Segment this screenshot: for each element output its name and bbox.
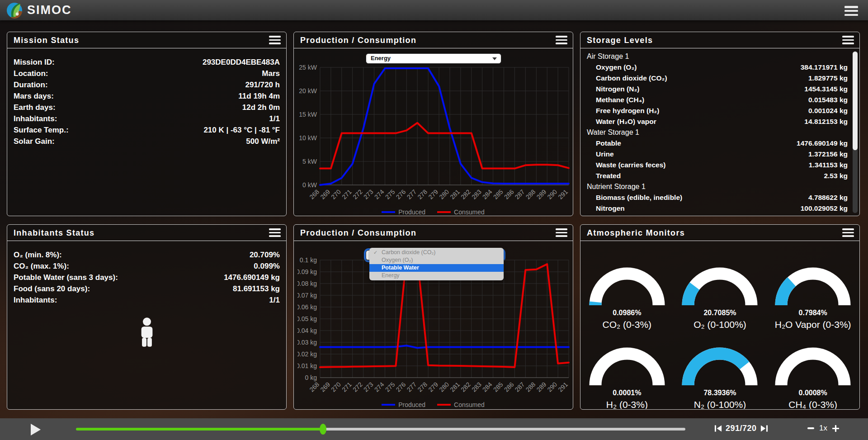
storage-group-name: Water Storage 1 — [580, 127, 859, 138]
svg-text:281: 281 — [448, 188, 461, 201]
increase-speed-button[interactable] — [832, 425, 839, 432]
dropdown-option[interactable]: ✓Carbon dioxide (CO₂) — [369, 249, 504, 256]
production-consumption-top-panel: Production / Consumption Energy 0 kW5 kW… — [293, 32, 573, 216]
row-value: Mars — [262, 68, 280, 79]
inhabitants-rows: O₂ (min. 8%):20.709%CO₂ (max. 1%):0.099%… — [7, 249, 286, 306]
decrease-speed-button[interactable] — [807, 427, 814, 429]
panel-menu-button[interactable] — [269, 36, 281, 44]
row-value: 210 K | -63 °C | -81 °F — [203, 124, 280, 136]
gauge-value: 0.0986% — [613, 309, 641, 317]
svg-text:25 kW: 25 kW — [299, 64, 317, 71]
legend-item: Produced — [382, 401, 425, 408]
storage-item-row: Waste (carries feces)1.341153 kg — [580, 160, 859, 170]
gauge-arc — [587, 264, 667, 307]
svg-text:287: 287 — [514, 188, 526, 201]
storage-levels-panel: Storage Levels Air Storage 1Oxygen (O₂)3… — [580, 32, 860, 216]
svg-text:275: 275 — [384, 188, 396, 201]
panel-menu-button[interactable] — [842, 228, 854, 237]
skip-to-end-button[interactable] — [760, 425, 768, 432]
panel-header: Atmospheric Monitors — [580, 225, 859, 241]
step-counter: 291/720 — [726, 424, 757, 433]
atmospheric-monitors-panel: Atmospheric Monitors 0.0986%CO₂ (0-3%)20… — [580, 224, 860, 410]
row-value: 291/720 h — [245, 79, 280, 90]
dropdown-option[interactable]: Energy — [369, 272, 504, 279]
row-label: Inhabitants: — [14, 113, 57, 124]
gauge-arc — [773, 264, 853, 307]
storage-item-label: Water (H₂O) vapor — [596, 116, 656, 127]
storage-item-label: Nitrogen (N₂) — [596, 84, 639, 95]
gauge-value: 0.0001% — [613, 389, 641, 397]
svg-text:278: 278 — [416, 188, 429, 201]
storage-item-row: Treated2.53 kg — [580, 170, 859, 181]
storage-item-value: 1.341153 kg — [809, 160, 848, 170]
mission-status-row: Mars days:11d 19h 4m — [7, 90, 286, 102]
dropdown-option[interactable]: Oxygen (O₂) — [369, 256, 504, 264]
panel-header: Inhabitants Status — [7, 225, 286, 241]
currency-dropdown-menu: ✓Carbon dioxide (CO₂)Oxygen (O₂)Potable … — [369, 248, 504, 280]
storage-item-value: 4.788622 kg — [808, 192, 848, 203]
speed-label: 1x — [819, 424, 827, 433]
svg-text:287: 287 — [514, 381, 526, 393]
timeline-slider-thumb[interactable] — [320, 424, 326, 435]
panel-menu-button[interactable] — [842, 36, 854, 44]
storage-item-value: 1.372156 kg — [808, 149, 848, 160]
svg-text:0.07 kg: 0.07 kg — [297, 292, 317, 299]
gauge-value: 0.0008% — [799, 389, 827, 397]
scrollbar[interactable] — [853, 51, 858, 213]
panel-menu-button[interactable] — [269, 228, 281, 237]
svg-text:0.06 kg: 0.06 kg — [297, 303, 317, 311]
check-icon: ✓ — [373, 249, 377, 256]
main-menu-button[interactable] — [844, 6, 858, 16]
storage-group-name: Air Storage 1 — [580, 51, 859, 62]
step-controls: 291/720 — [714, 424, 768, 433]
storage-item-row: Nitrogen (N₂)1454.3145 kg — [580, 84, 859, 95]
svg-text:272: 272 — [351, 188, 364, 201]
svg-text:279: 279 — [427, 381, 439, 393]
svg-text:284: 284 — [481, 381, 494, 393]
scrollbar-thumb[interactable] — [853, 52, 858, 150]
skip-to-start-button[interactable] — [714, 425, 722, 432]
panel-title: Production / Consumption — [294, 32, 573, 45]
svg-text:285: 285 — [492, 188, 505, 201]
svg-text:0 kW: 0 kW — [302, 181, 317, 189]
storage-levels-body: Air Storage 1Oxygen (O₂)384.171971 kgCar… — [580, 48, 859, 215]
legend-item: Produced — [382, 208, 425, 215]
inhabitants-status-row: Food (sans 20 days):81.691153 kg — [7, 283, 286, 294]
svg-text:274: 274 — [373, 188, 386, 201]
svg-text:0.02 kg: 0.02 kg — [297, 350, 317, 358]
atmospheric-gauge: 0.0008%CH₄ (0-3%) — [766, 344, 859, 409]
play-button[interactable] — [30, 423, 42, 435]
panel-menu-button[interactable] — [556, 228, 567, 237]
storage-item-value: 1.829775 kg — [808, 73, 848, 84]
chart-svg: 0 kW5 kW10 kW15 kW20 kW25 kW268269270271… — [297, 60, 571, 209]
row-label: Surface Temp.: — [14, 124, 69, 136]
row-label: Food (sans 20 days): — [14, 283, 90, 294]
timeline-slider[interactable] — [76, 428, 685, 431]
svg-text:289: 289 — [535, 188, 547, 201]
mission-status-body: Mission ID:293DE0DD4EBE483ALocation:Mars… — [7, 48, 286, 215]
storage-item-row: Free hydrogen (H₂)0.001024 kg — [580, 105, 859, 116]
svg-text:15 kW: 15 kW — [299, 111, 317, 118]
svg-text:10 kW: 10 kW — [299, 134, 317, 142]
svg-text:0.01 kg: 0.01 kg — [297, 362, 317, 369]
row-value: 81.691153 kg — [233, 283, 280, 294]
simoc-app: SIMOC Mission Status Mission ID:293DE0DD… — [0, 0, 868, 440]
svg-text:268: 268 — [308, 188, 321, 201]
storage-item-label: Biomass (edible, inedible) — [596, 192, 682, 203]
panel-title: Production / Consumption — [294, 225, 573, 238]
storage-item-row: Potable1476.690149 kg — [580, 138, 859, 149]
mission-status-row: Location:Mars — [7, 68, 286, 79]
panel-menu-button[interactable] — [556, 36, 567, 44]
svg-text:271: 271 — [340, 381, 353, 393]
svg-text:0 kg: 0 kg — [305, 374, 317, 381]
chart-legend: ProducedConsumed — [297, 208, 569, 215]
gauge-label: H₂ (0-3%) — [606, 399, 648, 409]
dropdown-option[interactable]: Potable Water — [369, 264, 504, 272]
storage-item-label: Methane (CH₄) — [596, 95, 644, 105]
storage-item-row: Carbon dioxide (CO₂)1.829775 kg — [580, 73, 859, 84]
svg-text:289: 289 — [535, 381, 547, 393]
svg-text:273: 273 — [362, 381, 375, 393]
storage-item-value: 14.812153 kg — [804, 116, 848, 127]
svg-text:277: 277 — [405, 188, 418, 201]
svg-text:290: 290 — [546, 188, 558, 201]
